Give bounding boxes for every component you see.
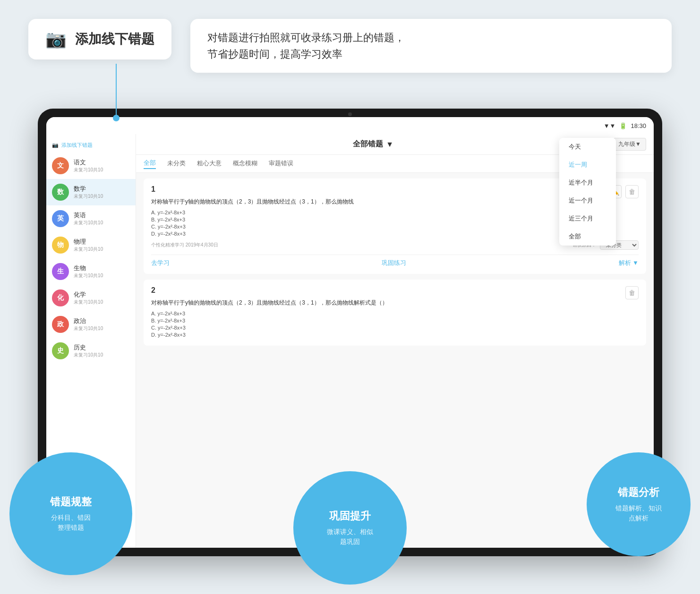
physics-icon: 物	[52, 237, 69, 254]
dropdown-three-months[interactable]: 近三个月	[559, 210, 616, 228]
question-option-2d: D. y=-2x²-8x+3	[151, 332, 639, 338]
sidebar-item-biology[interactable]: 生 生物 未复习10共10	[46, 258, 136, 285]
callout-left-text: 添加线下错题	[75, 30, 154, 48]
connector-dot	[113, 115, 120, 121]
grade-filter-btn[interactable]: 九年级▼	[613, 138, 646, 151]
question-text-2: 对称轴平行于y轴的抛物线的顶点（2，3）且抛物线经过点（3，1），那么抛物线解析…	[151, 298, 639, 307]
time-display: 18:30	[631, 122, 646, 129]
callout-right: 对错题进行拍照就可收录练习册上的错题， 节省抄题时间，提高学习效率	[190, 19, 672, 73]
bubble-center-title: 巩固提升	[329, 509, 371, 523]
physics-sub: 未复习10共10	[74, 246, 130, 253]
history-name: 历史	[74, 343, 130, 352]
card-icons-2: 🗑	[625, 286, 639, 299]
sidebar-camera-icon: 📷	[52, 142, 59, 148]
tab-review[interactable]: 审题错误	[269, 159, 293, 169]
page-title-section: 全部错题 ▼	[353, 139, 393, 149]
sidebar-item-physics[interactable]: 物 物理 未复习10共10	[46, 232, 136, 258]
history-sub: 未复习10共10	[74, 352, 130, 358]
question-number-2: 2	[151, 286, 639, 295]
callout-right-text: 对错题进行拍照就可收录练习册上的错题， 节省抄题时间，提高学习效率	[207, 29, 655, 62]
english-sub: 未复习10共10	[74, 220, 130, 226]
question-option-2b: B. y=-2x²-8x+3	[151, 318, 639, 323]
sidebar-item-math[interactable]: 数 数学 未复习10共10	[46, 179, 136, 205]
delete-icon-2[interactable]: 🗑	[625, 286, 639, 299]
tablet-camera	[348, 112, 352, 116]
politics-sub: 未复习10共10	[74, 325, 130, 332]
dropdown-month[interactable]: 近一个月	[559, 192, 616, 210]
tab-unclassified[interactable]: 未分类	[167, 159, 186, 169]
english-icon: 英	[52, 210, 69, 227]
dropdown-all[interactable]: 全部	[559, 228, 616, 246]
dropdown-arrow-icon: ▼	[386, 140, 393, 149]
english-name: 英语	[74, 211, 130, 220]
practice-btn-1[interactable]: 巩固练习	[382, 259, 406, 267]
connector-line	[116, 64, 117, 116]
meta-text-1: 个性化精准学习 2019年4月30日	[151, 242, 218, 248]
analysis-btn-1[interactable]: 解析 ▼	[619, 259, 639, 267]
wifi-icon: ▼▼	[604, 122, 616, 129]
bubble-error-analysis: 错题分析 错题解析、知识 点解析	[587, 452, 691, 556]
chemistry-icon: 化	[52, 289, 69, 306]
bubble-consolidate: 巩固提升 微课讲义、相似 题巩固	[293, 471, 407, 585]
bubble-center-sub: 微课讲义、相似 题巩固	[327, 527, 373, 547]
biology-icon: 生	[52, 263, 69, 280]
bubble-error-organize: 错题规整 分科目、错因 整理错题	[9, 452, 132, 575]
biology-name: 生物	[74, 264, 130, 272]
chinese-name: 语文	[74, 158, 130, 167]
sidebar-item-politics[interactable]: 政 政治 未复习10共10	[46, 311, 136, 338]
study-btn-1[interactable]: 去学习	[151, 259, 170, 267]
sidebar-add-btn[interactable]: 📷 添加线下错题	[46, 138, 136, 153]
dropdown-half-month[interactable]: 近半个月	[559, 174, 616, 192]
chemistry-sub: 未复习10共10	[74, 299, 130, 305]
dropdown-today[interactable]: 今天	[559, 138, 616, 156]
bubble-right-title: 错题分析	[618, 485, 659, 500]
sidebar-item-english[interactable]: 英 英语 未复习10共10	[46, 205, 136, 232]
bubble-left-sub: 分科目、错因 整理错题	[51, 513, 91, 533]
math-sub: 未复习10共10	[74, 193, 130, 200]
math-name: 数学	[74, 185, 130, 193]
page-title: 全部错题	[353, 139, 383, 149]
bubble-left-title: 错题规整	[50, 495, 92, 509]
status-bar: ▼▼ 🔋 18:30	[46, 117, 654, 134]
callout-left: 📷 添加线下错题	[28, 19, 171, 59]
question-actions-1: 去学习 巩固练习 解析 ▼	[151, 255, 639, 267]
chemistry-name: 化学	[74, 290, 130, 299]
politics-icon: 政	[52, 316, 69, 333]
battery-icon: 🔋	[619, 122, 627, 129]
chinese-icon: 文	[52, 157, 69, 174]
bubble-right-sub: 错题解析、知识 点解析	[615, 503, 662, 523]
question-card-2: 🗑 2 对称轴平行于y轴的抛物线的顶点（2，3）且抛物线经过点（3，1），那么抛…	[144, 280, 646, 346]
sidebar-item-history[interactable]: 史 历史 未复习10共10	[46, 338, 136, 364]
physics-name: 物理	[74, 238, 130, 246]
dropdown-week[interactable]: 近一周	[559, 156, 616, 174]
politics-name: 政治	[74, 317, 130, 325]
tab-concept[interactable]: 概念模糊	[233, 159, 257, 169]
sidebar-item-chinese[interactable]: 文 语文 未复习10共10	[46, 153, 136, 179]
time-dropdown: 今天 近一周 近半个月 近一个月 近三个月 全部	[559, 138, 616, 246]
chinese-sub: 未复习10共10	[74, 167, 130, 173]
delete-icon-1[interactable]: 🗑	[625, 185, 639, 198]
biology-sub: 未复习10共10	[74, 272, 130, 279]
tab-careless[interactable]: 粗心大意	[197, 159, 222, 169]
history-icon: 史	[52, 342, 69, 359]
question-option-2c: C. y=-2x²-8x+3	[151, 325, 639, 331]
question-option-2a: A. y=-2x²-8x+3	[151, 311, 639, 316]
math-icon: 数	[52, 184, 69, 201]
camera-icon: 📷	[45, 29, 67, 49]
tab-all[interactable]: 全部	[144, 159, 156, 169]
sidebar-item-chemistry[interactable]: 化 化学 未复习10共10	[46, 285, 136, 311]
sidebar-add-label: 添加线下错题	[61, 142, 93, 149]
main-content: 全部错题 ▼ 选择时间段▼ 九年级▼ 全部 未分类 粗心大意 概念模糊	[136, 134, 654, 548]
